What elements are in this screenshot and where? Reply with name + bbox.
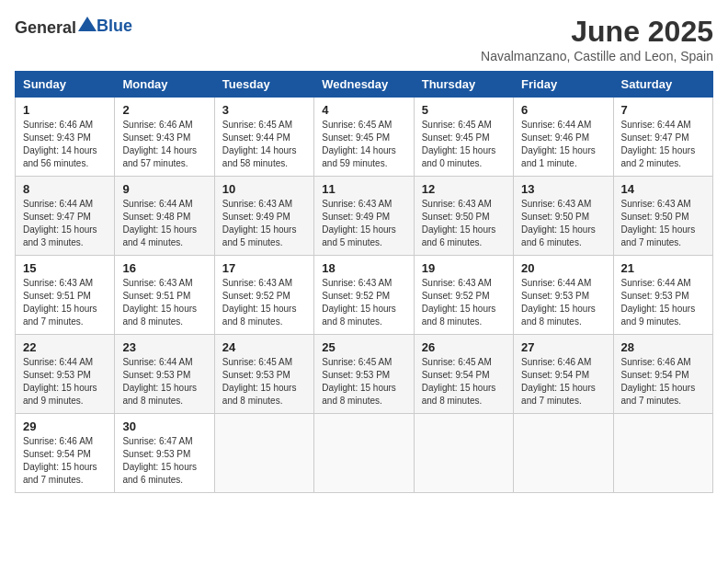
day-number: 2: [122, 103, 206, 117]
day-detail: Sunrise: 6:45 AMSunset: 9:53 PMDaylight:…: [222, 356, 306, 408]
day-number: 14: [621, 182, 705, 196]
logo-triangle-icon: [78, 15, 97, 33]
calendar-cell: 26Sunrise: 6:45 AMSunset: 9:54 PMDayligh…: [414, 335, 513, 414]
day-detail: Sunrise: 6:44 AMSunset: 9:47 PMDaylight:…: [23, 198, 107, 249]
day-number: 5: [422, 103, 506, 117]
calendar-header-friday: Friday: [514, 72, 613, 98]
location-title: Navalmanzano, Castille and Leon, Spain: [481, 49, 713, 63]
calendar-week-5: 29Sunrise: 6:46 AMSunset: 9:54 PMDayligh…: [16, 414, 713, 493]
calendar-cell: 8Sunrise: 6:44 AMSunset: 9:47 PMDaylight…: [16, 177, 115, 256]
calendar-header-wednesday: Wednesday: [314, 72, 414, 98]
day-number: 30: [122, 419, 206, 433]
calendar-cell: 5Sunrise: 6:45 AMSunset: 9:45 PMDaylight…: [414, 98, 513, 177]
calendar-cell: 13Sunrise: 6:43 AMSunset: 9:50 PMDayligh…: [514, 177, 613, 256]
title-area: June 2025 Navalmanzano, Castille and Leo…: [481, 15, 713, 63]
day-number: 25: [322, 340, 405, 354]
calendar-cell: 2Sunrise: 6:46 AMSunset: 9:43 PMDaylight…: [115, 98, 214, 177]
day-detail: Sunrise: 6:46 AMSunset: 9:54 PMDaylight:…: [23, 435, 107, 487]
calendar-cell: 22Sunrise: 6:44 AMSunset: 9:53 PMDayligh…: [16, 335, 115, 414]
calendar-cell: 12Sunrise: 6:43 AMSunset: 9:50 PMDayligh…: [414, 177, 513, 256]
day-detail: Sunrise: 6:45 AMSunset: 9:45 PMDaylight:…: [322, 119, 405, 170]
calendar-header-saturday: Saturday: [613, 72, 712, 98]
day-number: 8: [23, 182, 107, 196]
calendar-cell: 16Sunrise: 6:43 AMSunset: 9:51 PMDayligh…: [115, 256, 214, 335]
day-number: 6: [521, 103, 605, 117]
day-detail: Sunrise: 6:44 AMSunset: 9:48 PMDaylight:…: [122, 198, 206, 249]
day-detail: Sunrise: 6:43 AMSunset: 9:50 PMDaylight:…: [521, 198, 605, 249]
calendar-cell: 6Sunrise: 6:44 AMSunset: 9:46 PMDaylight…: [514, 98, 613, 177]
calendar-cell: 17Sunrise: 6:43 AMSunset: 9:52 PMDayligh…: [214, 256, 313, 335]
day-number: 10: [222, 182, 306, 196]
day-detail: Sunrise: 6:43 AMSunset: 9:52 PMDaylight:…: [422, 277, 506, 328]
calendar-cell: 15Sunrise: 6:43 AMSunset: 9:51 PMDayligh…: [16, 256, 115, 335]
day-detail: Sunrise: 6:45 AMSunset: 9:53 PMDaylight:…: [322, 356, 405, 408]
calendar-header-row: SundayMondayTuesdayWednesdayThursdayFrid…: [16, 72, 713, 98]
calendar-week-2: 8Sunrise: 6:44 AMSunset: 9:47 PMDaylight…: [16, 177, 713, 256]
day-detail: Sunrise: 6:45 AMSunset: 9:45 PMDaylight:…: [422, 119, 506, 170]
calendar-cell: 27Sunrise: 6:46 AMSunset: 9:54 PMDayligh…: [514, 335, 613, 414]
calendar-cell: 10Sunrise: 6:43 AMSunset: 9:49 PMDayligh…: [214, 177, 313, 256]
month-title: June 2025: [481, 15, 713, 49]
calendar-week-3: 15Sunrise: 6:43 AMSunset: 9:51 PMDayligh…: [16, 256, 713, 335]
day-detail: Sunrise: 6:46 AMSunset: 9:54 PMDaylight:…: [621, 356, 705, 408]
calendar-cell: 18Sunrise: 6:43 AMSunset: 9:52 PMDayligh…: [314, 256, 414, 335]
day-detail: Sunrise: 6:45 AMSunset: 9:54 PMDaylight:…: [422, 356, 506, 408]
day-number: 22: [23, 340, 107, 354]
day-detail: Sunrise: 6:47 AMSunset: 9:53 PMDaylight:…: [122, 435, 206, 487]
day-detail: Sunrise: 6:43 AMSunset: 9:52 PMDaylight:…: [222, 277, 306, 328]
day-detail: Sunrise: 6:45 AMSunset: 9:44 PMDaylight:…: [222, 119, 306, 170]
calendar-cell: [414, 414, 513, 493]
day-number: 21: [621, 261, 705, 275]
day-number: 11: [322, 182, 405, 196]
calendar-cell: 20Sunrise: 6:44 AMSunset: 9:53 PMDayligh…: [514, 256, 613, 335]
day-number: 29: [23, 419, 107, 433]
calendar-cell: [613, 414, 712, 493]
calendar-header-tuesday: Tuesday: [214, 72, 313, 98]
day-detail: Sunrise: 6:44 AMSunset: 9:53 PMDaylight:…: [521, 277, 605, 328]
day-number: 9: [122, 182, 206, 196]
day-number: 17: [222, 261, 306, 275]
day-detail: Sunrise: 6:43 AMSunset: 9:52 PMDaylight:…: [322, 277, 405, 328]
logo: General Blue: [15, 15, 132, 38]
day-detail: Sunrise: 6:44 AMSunset: 9:47 PMDaylight:…: [621, 119, 705, 170]
day-number: 12: [422, 182, 506, 196]
calendar-week-1: 1Sunrise: 6:46 AMSunset: 9:43 PMDaylight…: [16, 98, 713, 177]
day-number: 26: [422, 340, 506, 354]
day-detail: Sunrise: 6:43 AMSunset: 9:49 PMDaylight:…: [322, 198, 405, 249]
calendar-cell: 7Sunrise: 6:44 AMSunset: 9:47 PMDaylight…: [613, 98, 712, 177]
calendar-table: SundayMondayTuesdayWednesdayThursdayFrid…: [15, 71, 713, 493]
calendar-header-thursday: Thursday: [414, 72, 513, 98]
calendar-cell: 21Sunrise: 6:44 AMSunset: 9:53 PMDayligh…: [613, 256, 712, 335]
day-number: 3: [222, 103, 306, 117]
day-number: 23: [122, 340, 206, 354]
calendar-cell: 14Sunrise: 6:43 AMSunset: 9:50 PMDayligh…: [613, 177, 712, 256]
calendar-cell: [214, 414, 313, 493]
day-detail: Sunrise: 6:43 AMSunset: 9:51 PMDaylight:…: [122, 277, 206, 328]
calendar-cell: 19Sunrise: 6:43 AMSunset: 9:52 PMDayligh…: [414, 256, 513, 335]
calendar-cell: 1Sunrise: 6:46 AMSunset: 9:43 PMDaylight…: [16, 98, 115, 177]
calendar-cell: 4Sunrise: 6:45 AMSunset: 9:45 PMDaylight…: [314, 98, 414, 177]
day-number: 18: [322, 261, 405, 275]
calendar-cell: 3Sunrise: 6:45 AMSunset: 9:44 PMDaylight…: [214, 98, 313, 177]
day-number: 15: [23, 261, 107, 275]
calendar-cell: 23Sunrise: 6:44 AMSunset: 9:53 PMDayligh…: [115, 335, 214, 414]
day-detail: Sunrise: 6:44 AMSunset: 9:53 PMDaylight:…: [621, 277, 705, 328]
logo-text-blue: Blue: [97, 17, 132, 35]
day-detail: Sunrise: 6:46 AMSunset: 9:54 PMDaylight:…: [521, 356, 605, 408]
day-number: 1: [23, 103, 107, 117]
day-detail: Sunrise: 6:43 AMSunset: 9:49 PMDaylight:…: [222, 198, 306, 249]
day-number: 24: [222, 340, 306, 354]
calendar-cell: [314, 414, 414, 493]
day-number: 13: [521, 182, 605, 196]
calendar-cell: 24Sunrise: 6:45 AMSunset: 9:53 PMDayligh…: [214, 335, 313, 414]
calendar-cell: 29Sunrise: 6:46 AMSunset: 9:54 PMDayligh…: [16, 414, 115, 493]
day-detail: Sunrise: 6:44 AMSunset: 9:53 PMDaylight:…: [122, 356, 206, 408]
logo-text-general: General: [15, 18, 76, 37]
day-number: 19: [422, 261, 506, 275]
day-detail: Sunrise: 6:46 AMSunset: 9:43 PMDaylight:…: [122, 119, 206, 170]
calendar-header-monday: Monday: [115, 72, 214, 98]
calendar-cell: 30Sunrise: 6:47 AMSunset: 9:53 PMDayligh…: [115, 414, 214, 493]
calendar-cell: 11Sunrise: 6:43 AMSunset: 9:49 PMDayligh…: [314, 177, 414, 256]
day-detail: Sunrise: 6:43 AMSunset: 9:51 PMDaylight:…: [23, 277, 107, 328]
day-number: 28: [621, 340, 705, 354]
